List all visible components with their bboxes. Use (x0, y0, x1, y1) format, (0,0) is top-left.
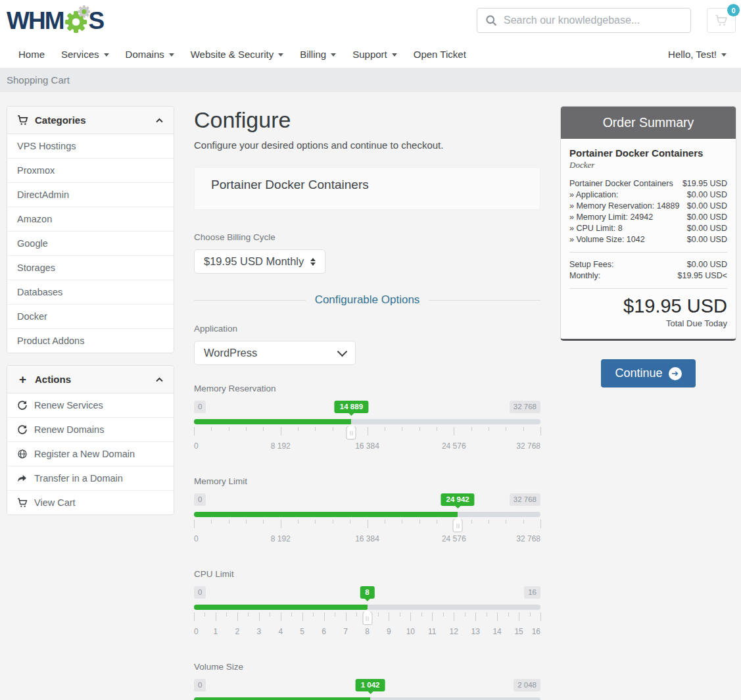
sidebar-item-vps-hostings[interactable]: VPS Hostings (7, 134, 174, 158)
memory-reservation-slider-handle[interactable] (347, 426, 356, 439)
main-nav: HomeServicesDomainsWebsite & SecurityBil… (0, 41, 741, 68)
application-value: WordPress (204, 347, 257, 359)
memory-limit-slider-widget: 024 94232 76808 19216 38424 57632 768 (194, 493, 540, 545)
nav-item-domains[interactable]: Domains (126, 49, 174, 60)
cpu-limit-grid-label: 0 (194, 627, 199, 636)
memory-limit-grid-label: 32 768 (516, 534, 540, 543)
memory-reservation-grid-label: 0 (194, 441, 199, 451)
sidebar-item-label: Amazon (17, 214, 52, 224)
cpu-limit-grid-label: 8 (365, 627, 370, 636)
sidebar-item-docker[interactable]: Docker (7, 304, 174, 328)
memory-limit-slider-handle[interactable] (453, 519, 463, 532)
nav-item-open-ticket[interactable]: Open Ticket (414, 49, 466, 60)
sidebar-item-product-addons[interactable]: Product Addons (7, 328, 174, 353)
summary-line-price: $0.00 USD (687, 223, 727, 234)
knowledgebase-search (477, 8, 691, 33)
cpu-limit-value-label: 8 (360, 586, 374, 599)
sidebar-item-google[interactable]: Google (7, 231, 174, 255)
action-item-register-a-new-domain[interactable]: Register a New Domain (7, 441, 174, 466)
sidebar-item-proxmox[interactable]: Proxmox (7, 158, 174, 182)
sidebar-item-directadmin[interactable]: DirectAdmin (7, 182, 174, 207)
memory-reservation-grid-label: 24 576 (442, 441, 466, 451)
product-name: Portainer Docker Containers (211, 178, 369, 191)
refresh-icon (17, 400, 28, 411)
total-due-amount: $19.95 USD (569, 295, 727, 317)
cpu-limit-grid-label: 7 (343, 627, 348, 636)
sidebar-item-label: Databases (17, 287, 62, 297)
order-summary-body: Portainer Docker Containers Docker Porta… (561, 139, 736, 339)
refresh-icon (17, 424, 28, 435)
sidebar-item-amazon[interactable]: Amazon (7, 207, 174, 231)
nav-item-website-security[interactable]: Website & Security (191, 49, 283, 60)
summary-line-label: » Memory Limit: 24942 (569, 212, 683, 223)
globe-icon (17, 449, 28, 459)
volume-size-slider-track[interactable] (194, 697, 540, 700)
memory-limit-slider-label: Memory Limit (194, 476, 540, 486)
nav-item-label: Billing (300, 49, 326, 60)
order-summary-panel: Order Summary Portainer Docker Container… (560, 106, 736, 341)
nav-item-label: Support (352, 49, 387, 60)
categories-panel-header[interactable]: Categories (7, 107, 174, 134)
shopping-cart-page: WHM (0, 0, 741, 700)
sidebar-item-storages[interactable]: Storages (7, 255, 174, 280)
cpu-limit-grid-label: 3 (256, 627, 261, 636)
cpu-limit-grid-label: 4 (278, 627, 283, 636)
cart-count-badge: 0 (727, 4, 740, 16)
summary-line: » Memory Limit: 24942$0.00 USD (569, 212, 727, 223)
volume-size-slider-fill (194, 697, 370, 700)
nav-item-label: Services (61, 49, 99, 60)
summary-product-group: Docker (569, 160, 727, 170)
memory-limit-slider-scale (194, 519, 540, 534)
memory-reservation-slider-fill (194, 419, 351, 424)
summary-total-price: $0.00 USD (687, 259, 727, 270)
caret-down-icon (278, 53, 283, 57)
action-item-transfer-in-a-domain[interactable]: Transfer in a Domain (7, 466, 174, 490)
billing-cycle-section: Choose Billing Cycle $19.95 USD Monthly (194, 232, 540, 274)
product-name-box: Portainer Docker Containers (194, 167, 540, 210)
cart-icon (715, 14, 728, 27)
categories-title: Categories (35, 114, 86, 126)
memory-reservation-slider-widget: 014 88932 76808 19216 38424 57632 768 (194, 401, 540, 453)
action-item-view-cart[interactable]: View Cart (7, 490, 174, 514)
cpu-limit-slider-grid: 012345678910111213141516 (194, 627, 540, 638)
volume-size-slider-widget: 01 0422 04805121 0241 5362 048 (194, 679, 540, 700)
configurable-options-title[interactable]: Configurable Options (315, 293, 420, 307)
memory-reservation-slider-track[interactable] (194, 419, 540, 424)
nav-item-home[interactable]: Home (18, 49, 45, 60)
forward-arrow-icon (17, 473, 28, 484)
cart-button[interactable]: 0 (707, 8, 736, 33)
account-menu[interactable]: Hello, Test! (668, 49, 727, 60)
cpu-limit-grid-label: 6 (322, 627, 326, 636)
sidebar-item-label: Product Addons (17, 336, 84, 346)
logo-text-suffix: S (88, 9, 103, 33)
continue-label: Continue (615, 366, 662, 380)
sidebar-item-databases[interactable]: Databases (7, 280, 174, 304)
action-item-renew-services[interactable]: Renew Services (7, 393, 174, 417)
whmcs-logo[interactable]: WHM (7, 3, 103, 38)
action-item-label: Transfer in a Domain (34, 473, 123, 484)
billing-cycle-select[interactable]: $19.95 USD Monthly (194, 249, 325, 274)
memory-limit-slider-track[interactable] (194, 512, 540, 517)
memory-limit-value-label: 24 942 (441, 493, 475, 506)
order-summary-title: Order Summary (561, 107, 736, 139)
cpu-limit-slider-handle[interactable] (362, 612, 372, 625)
summary-line-label: » Volume Size: 1042 (569, 234, 683, 245)
application-select[interactable]: WordPress (194, 341, 356, 365)
cpu-limit-grid-label: 10 (406, 627, 415, 636)
sidebar-item-label: Google (17, 238, 48, 249)
cpu-limit-grid-label: 12 (450, 627, 458, 636)
volume-size-slider: Volume Size01 0422 04805121 0241 5362 04… (194, 662, 540, 700)
memory-limit-max-label: 32 768 (510, 493, 540, 506)
search-input[interactable] (477, 8, 691, 33)
nav-item-support[interactable]: Support (352, 49, 397, 60)
volume-size-slider-label: Volume Size (194, 662, 540, 672)
cpu-limit-grid-label: 14 (492, 627, 501, 636)
nav-item-billing[interactable]: Billing (300, 49, 336, 60)
memory-reservation-max-label: 32 768 (510, 401, 540, 413)
application-label: Application (194, 324, 540, 334)
action-item-renew-domains[interactable]: Renew Domains (7, 417, 174, 441)
continue-button[interactable]: Continue ➔ (601, 359, 695, 388)
actions-title: Actions (35, 374, 71, 385)
nav-item-services[interactable]: Services (61, 49, 109, 60)
actions-panel-header[interactable]: + Actions (7, 366, 174, 393)
